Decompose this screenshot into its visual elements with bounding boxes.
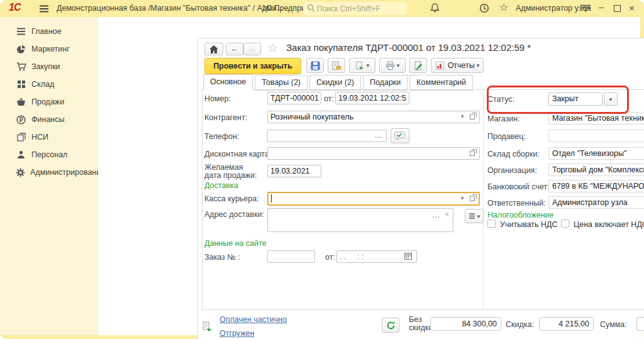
print-icon (386, 61, 395, 70)
dropdown-caret-icon[interactable]: ▾ (461, 196, 464, 201)
history-icon (479, 3, 489, 13)
notifications-button[interactable] (430, 3, 440, 14)
sidebar-item-administration[interactable]: Администрирование (0, 164, 98, 181)
sidebar-item-sales[interactable]: Продажи (0, 93, 98, 111)
paid-status-link[interactable]: Оплачен частично (219, 315, 287, 324)
site-order-date-prefix: от: (325, 253, 335, 262)
sidebar-item-warehouse[interactable]: Склад (0, 75, 98, 93)
post-document-button[interactable] (328, 58, 345, 73)
status-dropdown-button[interactable]: ▾ (604, 92, 618, 106)
save-button[interactable] (306, 58, 324, 73)
phone-select-ellipsis[interactable]: … (374, 131, 383, 140)
sidebar-item-nsi[interactable]: НСИ (0, 128, 98, 146)
bank-account-field[interactable]: 6789 в КБ "МЕЖДУНАРОДНЫЙ БАНК РАЗВИТИЯ" … (548, 180, 644, 192)
post-document-icon (331, 61, 341, 70)
document-date-input[interactable] (335, 92, 409, 104)
search-icon (307, 4, 315, 14)
hamburger-icon (39, 5, 49, 13)
sum-total-field: 80 085,00 (636, 317, 644, 331)
text-cursor (271, 194, 272, 203)
service-menu-button[interactable] (580, 4, 591, 14)
phone-input[interactable] (267, 130, 387, 142)
store-field[interactable]: Магазин "Бытовая техника" (548, 112, 644, 125)
status-label: Статус: (487, 95, 514, 104)
maximize-button[interactable] (614, 5, 621, 12)
desired-date-input[interactable] (267, 165, 321, 177)
open-choice-icon[interactable] (470, 149, 477, 158)
back-button[interactable]: ← (226, 43, 243, 55)
recalculate-button[interactable] (382, 318, 399, 333)
sidebar-item-label: Продажи (31, 97, 64, 106)
shipped-status-link[interactable]: Отгружен (219, 329, 254, 338)
window-title: Демонстрационная база /Магазин "Бытовая … (57, 4, 283, 13)
no-discount-label-line1: Без (409, 315, 422, 324)
address-select-ellipsis[interactable]: … (432, 211, 441, 220)
tab-goods[interactable]: Товары (2) (255, 75, 308, 91)
column-separator (483, 92, 484, 309)
history-button[interactable] (479, 3, 489, 15)
sidebar-item-main[interactable]: Главное (0, 23, 98, 40)
post-and-close-button[interactable]: Провести и закрыть (204, 58, 301, 74)
ruble-icon (16, 114, 26, 125)
sidebar-item-label: Финансы (31, 115, 64, 124)
dropdown-caret-icon: ▾ (477, 62, 480, 69)
application-window: 1С Демонстрационная база /Магазин "Бытов… (0, 0, 644, 339)
desired-date-label-line2: дата продажи: (204, 171, 257, 180)
main-menu-button[interactable] (39, 5, 49, 14)
responsible-field[interactable]: Администратор узла (548, 196, 644, 209)
address-textarea[interactable] (267, 208, 453, 232)
edit-button[interactable] (409, 58, 427, 73)
window-close-button[interactable]: × (629, 3, 635, 13)
desired-date-label-line1: Желаемая (204, 163, 243, 172)
courier-cash-input[interactable] (267, 192, 480, 206)
discount-card-input[interactable] (267, 147, 480, 160)
sms-call-button[interactable] (391, 128, 409, 143)
vat-checkbox[interactable] (487, 220, 496, 228)
edit-pencil-icon (414, 61, 423, 70)
sidebar-item-purchases[interactable]: Закупки (0, 58, 98, 75)
assembly-warehouse-label: Склад сборки: (487, 150, 540, 158)
tab-discounts[interactable]: Скидки (2) (309, 75, 361, 91)
address-clear-icon[interactable]: × (445, 211, 449, 219)
dropdown-caret-icon[interactable]: ▾ (461, 114, 464, 119)
reports-button[interactable]: Отчеты ▾ (431, 58, 484, 73)
favorites-button[interactable]: ☆ (499, 1, 508, 13)
copy-document-icon (355, 61, 365, 70)
contractor-input[interactable] (267, 111, 480, 123)
report-icon (435, 61, 445, 70)
delivery-section-header: Доставка (204, 181, 238, 190)
gear-icon (16, 167, 25, 177)
workspace: ← → ☆ Заказ покупателя ТДРТ-000001 от 19… (98, 17, 640, 335)
sidebar-item-label: Администрирование (30, 168, 105, 177)
number-input[interactable] (267, 92, 321, 104)
create-based-on-button[interactable]: ▾ (349, 58, 375, 73)
sidebar-item-label: Закупки (31, 62, 60, 71)
assembly-warehouse-field[interactable]: Отдел "Телевизоры" (548, 147, 644, 160)
tab-comment[interactable]: Комментарий (409, 75, 473, 91)
sidebar-item-finance[interactable]: Финансы (0, 111, 98, 128)
tab-gifts[interactable]: Подарки (363, 75, 408, 91)
sidebar-item-personnel[interactable]: Персонал (0, 146, 98, 164)
forward-button[interactable]: → (243, 43, 261, 55)
site-order-no-input[interactable] (267, 250, 315, 263)
tab-main[interactable]: Основное (203, 74, 253, 90)
status-select[interactable]: Закрыт (548, 92, 602, 106)
refresh-icon (386, 321, 396, 330)
home-button[interactable] (204, 43, 223, 55)
sidebar-item-label: Склад (31, 80, 54, 89)
favorite-star-icon[interactable]: ☆ (267, 41, 278, 55)
calendar-icon[interactable] (404, 252, 412, 262)
seller-field[interactable] (548, 130, 644, 142)
print-button[interactable]: ▾ (379, 58, 406, 73)
organization-field[interactable]: Торговый дом "Комплексный" (548, 164, 644, 176)
search-input[interactable] (303, 2, 408, 15)
open-choice-icon[interactable] (470, 113, 477, 121)
vat-included-checkbox[interactable] (561, 220, 569, 228)
sidebar-item-marketing[interactable]: Маркетинг (0, 40, 98, 58)
number-label: Номер: (204, 94, 231, 103)
open-choice-icon[interactable] (470, 194, 477, 203)
address-menu-button[interactable]: ▾ (465, 209, 484, 223)
service-menu-icon (580, 4, 591, 13)
titlebar: 1С Демонстрационная база /Магазин "Бытов… (0, 0, 644, 17)
minimize-button[interactable]: – (599, 2, 604, 12)
